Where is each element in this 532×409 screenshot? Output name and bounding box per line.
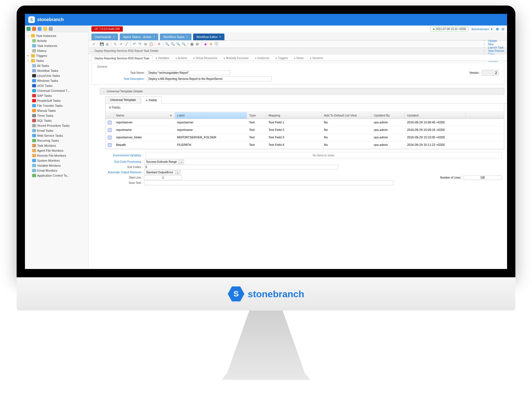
line-icon[interactable]: ╱ <box>124 42 129 46</box>
sub-tab[interactable]: ●Actions <box>172 55 190 61</box>
table-row[interactable]: reportserver reportserver Text Text Fiel… <box>106 119 504 126</box>
sidebar-item[interactable]: File Transfer Tasks <box>25 103 88 108</box>
sidebar-item[interactable]: z/OS Tasks <box>25 83 88 88</box>
nav-tab[interactable]: Workflow Tasks× <box>160 34 191 40</box>
tab-fields[interactable]: ●Fields <box>141 96 162 103</box>
auto-out-select[interactable]: Standard Output/Error⌄ <box>144 170 180 175</box>
start-line-input[interactable] <box>144 175 182 180</box>
col-mapping[interactable]: Mapping <box>266 112 322 119</box>
tab-universal-template[interactable]: Universal Template <box>105 96 140 103</box>
col-name[interactable]: Name ▼ <box>114 112 175 119</box>
nav-icon-4[interactable] <box>43 27 47 31</box>
undo-icon[interactable]: ↶ <box>132 42 137 46</box>
new-button[interactable]: ▫New <box>484 43 504 46</box>
update-button[interactable]: ▫Update <box>484 39 504 43</box>
close-icon[interactable]: × <box>186 35 188 39</box>
redo-icon[interactable]: ↷ <box>138 42 142 46</box>
sidebar-item[interactable]: Task Instances <box>25 43 88 48</box>
connect-icon[interactable]: ↗ <box>119 42 123 46</box>
sub-tab[interactable]: ●Variables <box>152 55 172 61</box>
col-upby[interactable]: Updated By <box>372 112 405 119</box>
tree-icon[interactable]: ⊞ <box>195 42 200 46</box>
sub-tab[interactable]: ●Mutually Exclusive <box>220 55 252 61</box>
sidebar-item[interactable]: Manual Tasks <box>25 108 88 113</box>
close-icon[interactable]: × <box>219 35 221 39</box>
sidebar-group[interactable]: +Triggers <box>25 53 88 58</box>
sidebar-item[interactable]: Linux/Unix Tasks <box>25 73 88 78</box>
layout-icon[interactable]: ▦ <box>190 42 194 46</box>
sub-tab[interactable]: ●Triggers <box>272 55 291 61</box>
sub-tab[interactable]: Deploy Reporting Services RSS Report Tas… <box>91 55 152 61</box>
sub-tab[interactable]: ●Notes <box>291 55 307 61</box>
sidebar-item[interactable]: SQL Tasks <box>25 118 88 123</box>
sidebar-item[interactable]: Timer Tasks <box>25 113 88 118</box>
sidebar-item[interactable]: Recurring Tasks <box>25 138 88 143</box>
nav-tab[interactable]: Workflow Editor× <box>193 34 225 40</box>
gear-icon[interactable] <box>49 27 53 31</box>
nav-icon-1[interactable] <box>27 27 30 31</box>
nav-tab[interactable]: Agent Status - Active× <box>120 34 158 40</box>
scan-text-input[interactable] <box>144 181 393 185</box>
col-label[interactable]: Label <box>175 112 247 119</box>
exit-codes-input[interactable] <box>144 165 338 169</box>
view-parents-button[interactable]: ▫View Parents <box>484 49 504 53</box>
zoom-actual-icon[interactable]: 🔍 <box>181 42 186 46</box>
nav-tab[interactable]: Dashboards× <box>91 34 118 40</box>
sidebar-item[interactable]: PeopleSoft Tasks <box>25 98 88 103</box>
gear2-icon[interactable]: ✿ <box>209 42 213 46</box>
copy-icon[interactable]: ⧉ <box>143 42 148 46</box>
close-icon[interactable]: × <box>153 35 155 39</box>
sidebar-item[interactable]: Remote File Monitors <box>25 153 88 158</box>
launch-task-button[interactable]: ▫Launch Task <box>484 46 504 49</box>
sidebar-item[interactable]: Activity <box>25 38 88 43</box>
task-name-input[interactable] <box>147 70 230 75</box>
expand-icon[interactable]: ⤢ <box>91 42 96 46</box>
table-row[interactable]: reportname reportname Text Text Field 2 … <box>106 126 504 134</box>
sidebar-item[interactable]: Variable Monitors <box>25 163 88 168</box>
box-icon[interactable]: ◆ <box>203 42 208 46</box>
paste-icon[interactable]: 📋 <box>149 42 153 46</box>
sidebar-item[interactable]: Workflow Tasks <box>25 68 88 73</box>
sidebar-item[interactable]: Windows Tasks <box>25 78 88 83</box>
close-icon[interactable]: × <box>113 35 115 39</box>
sidebar-item[interactable]: Universal Command T... <box>25 88 88 93</box>
col-type[interactable]: Type <box>247 112 266 119</box>
sub-tab[interactable]: ●Versions <box>307 55 326 61</box>
info-icon[interactable]: ⓘ <box>214 42 219 46</box>
sidebar-item[interactable]: Task Monitors <box>25 143 88 148</box>
sidebar-item[interactable]: System Monitors <box>25 158 88 163</box>
template-section-header[interactable]: ⌄ Universal Template Details <box>100 88 504 95</box>
sidebar-item[interactable]: Application Control Ta... <box>25 173 88 178</box>
delete-icon[interactable]: ✕ <box>157 42 161 46</box>
settings-icon[interactable]: ▤ <box>502 27 504 31</box>
col-upd[interactable]: Updated <box>405 112 466 119</box>
exit-proc-select[interactable]: Success Exitcode Range⌄ <box>144 159 184 164</box>
sidebar-item[interactable]: Web Service Tasks <box>25 133 88 138</box>
sidebar-group[interactable]: −Task Instances <box>25 33 88 38</box>
sidebar-item[interactable]: Email Tasks <box>25 128 88 133</box>
sidebar-item[interactable]: Stored Procedure Tasks <box>25 123 88 128</box>
zoom-in-icon[interactable]: 🔍 <box>165 42 169 46</box>
help-icon[interactable]: ▦ <box>496 27 499 31</box>
zoom-out-icon[interactable]: 🔍 <box>170 42 175 46</box>
table-row[interactable]: reportserver_folder REPORTSERVER_FOLDER … <box>106 134 504 141</box>
save-icon[interactable]: 💾 <box>99 42 104 46</box>
num-lines-input[interactable] <box>464 175 502 180</box>
task-desc-input[interactable] <box>147 77 272 81</box>
sub-tab[interactable]: ●Virtual Resources <box>190 55 221 61</box>
sidebar-group[interactable]: −Tasks <box>25 58 88 63</box>
sidebar-item[interactable]: History <box>25 48 88 53</box>
sub-tab[interactable]: ●Instances <box>252 55 272 61</box>
sidebar-item[interactable]: Agent File Monitors <box>25 148 88 153</box>
cursor-icon[interactable]: ↖ <box>113 42 117 46</box>
nav-icon-2[interactable] <box>32 27 36 31</box>
zoom-fit-icon[interactable]: 🔍 <box>176 42 180 46</box>
sidebar-item[interactable]: All Tasks <box>25 63 88 68</box>
collapse-icon[interactable]: ⌄ <box>91 50 94 52</box>
nav-icon-3[interactable] <box>38 27 42 31</box>
col-addto[interactable]: Add To Default List View <box>322 112 372 119</box>
table-row[interactable]: filepath FILEPATH Text Text Field 4 No o… <box>106 141 504 149</box>
sidebar-item[interactable]: Email Monitors <box>25 168 88 173</box>
print-icon[interactable]: 🖨 <box>105 42 109 46</box>
user-menu[interactable]: Administrator ▼ <box>471 27 493 31</box>
